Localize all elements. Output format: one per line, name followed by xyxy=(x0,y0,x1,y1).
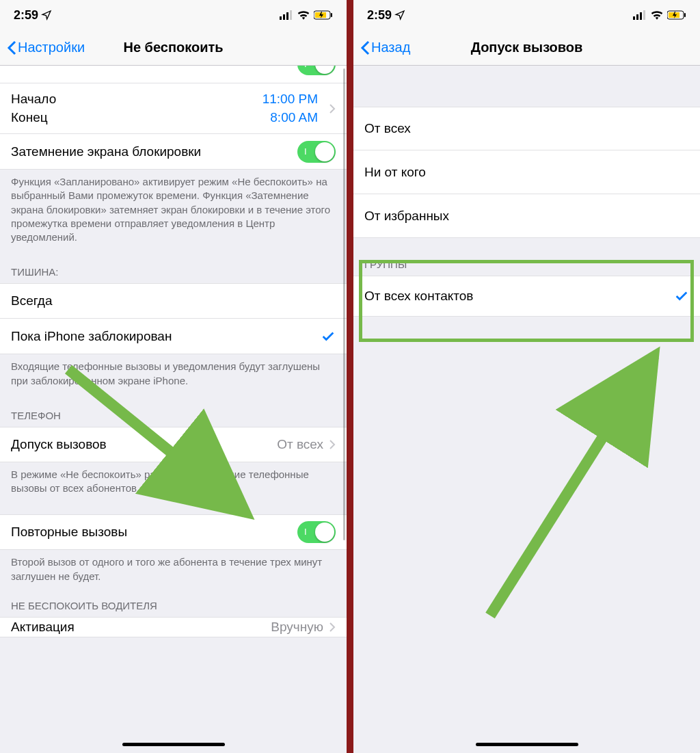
nav-bar: Назад Допуск вызовов xyxy=(353,30,700,66)
back-button[interactable]: Настройки xyxy=(7,40,85,55)
allow-calls-footer: В режиме «Не беспокоить» разрешить входя… xyxy=(0,462,347,504)
chevron-right-icon xyxy=(329,439,336,450)
chevron-left-icon xyxy=(7,40,16,55)
status-bar: 2:59 xyxy=(0,0,347,30)
activation-value: Вручную xyxy=(271,620,323,635)
status-time: 2:59 xyxy=(367,8,392,23)
svg-rect-2 xyxy=(286,12,288,20)
svg-rect-9 xyxy=(636,14,638,20)
favorites-label: От избранных xyxy=(364,209,689,224)
everyone-row[interactable]: От всех xyxy=(353,107,700,150)
scheduled-toggle[interactable] xyxy=(297,66,336,75)
dim-lock-toggle[interactable] xyxy=(297,141,336,163)
allow-calls-value: От всех xyxy=(277,437,323,452)
svg-rect-14 xyxy=(684,13,686,17)
all-contacts-label: От всех контактов xyxy=(364,289,674,304)
screenshot-divider xyxy=(347,0,353,753)
start-label: Начало xyxy=(11,90,262,109)
wifi-icon xyxy=(651,10,663,20)
signal-icon xyxy=(280,10,293,20)
all-contacts-row[interactable]: От всех контактов xyxy=(353,276,700,317)
always-label: Всегда xyxy=(11,293,336,308)
start-value: 11:00 PM xyxy=(262,90,318,109)
annotation-arrow xyxy=(470,335,675,629)
wifi-icon xyxy=(297,10,310,20)
favorites-row[interactable]: От избранных xyxy=(353,194,700,238)
dim-lock-row[interactable]: Затемнение экрана блокировки xyxy=(0,134,347,170)
silence-footer: Входящие телефонные вызовы и уведомления… xyxy=(0,354,347,396)
silence-header: ТИШИНА: xyxy=(0,252,347,283)
while-locked-row[interactable]: Пока iPhone заблокирован xyxy=(0,319,347,354)
settings-content: Запланировано Начало Конец 11:00 PM 8:00… xyxy=(0,66,347,637)
allow-calls-content: От всех Ни от кого От избранных ГРУППЫ О… xyxy=(353,66,700,317)
location-icon xyxy=(394,10,405,21)
schedule-time-row[interactable]: Начало Конец 11:00 PM 8:00 AM xyxy=(0,83,347,134)
left-screen: 2:59 Настройки Не беспокоить Запланирова… xyxy=(0,0,347,753)
svg-line-15 xyxy=(490,356,654,616)
status-time: 2:59 xyxy=(14,8,38,23)
activation-row[interactable]: Активация Вручную xyxy=(0,617,347,637)
groups-header: ГРУППЫ xyxy=(353,238,700,276)
home-indicator[interactable] xyxy=(122,743,225,746)
repeated-toggle[interactable] xyxy=(297,521,336,543)
back-button[interactable]: Назад xyxy=(360,40,410,55)
repeated-footer: Второй вызов от одного и того же абонент… xyxy=(0,550,347,592)
chevron-right-icon xyxy=(329,622,336,633)
noone-label: Ни от кого xyxy=(364,165,689,180)
activation-label: Активация xyxy=(11,620,271,635)
phone-header: ТЕЛЕФОН xyxy=(0,396,347,427)
nav-title: Допуск вызовов xyxy=(471,40,583,55)
nav-title: Не беспокоить xyxy=(123,40,223,55)
scheduled-row-cutoff[interactable]: Запланировано xyxy=(0,66,347,83)
dim-lock-label: Затемнение экрана блокировки xyxy=(11,144,297,159)
scrollbar[interactable] xyxy=(343,68,345,540)
while-locked-label: Пока iPhone заблокирован xyxy=(11,329,321,344)
status-bar: 2:59 xyxy=(353,0,700,30)
nav-bar: Настройки Не беспокоить xyxy=(0,30,347,66)
battery-icon xyxy=(667,10,686,20)
chevron-left-icon xyxy=(360,40,370,55)
end-value: 8:00 AM xyxy=(262,109,318,127)
check-icon xyxy=(674,289,689,304)
battery-icon xyxy=(314,10,333,20)
scheduled-footer: Функция «Запланировано» активирует режим… xyxy=(0,170,347,252)
everyone-label: От всех xyxy=(364,121,689,136)
svg-rect-0 xyxy=(280,16,282,20)
chevron-right-icon xyxy=(329,103,336,114)
allow-calls-row[interactable]: Допуск вызовов От всех xyxy=(0,427,347,462)
home-indicator[interactable] xyxy=(476,743,578,746)
svg-rect-8 xyxy=(633,16,635,20)
svg-rect-3 xyxy=(290,10,292,20)
end-label: Конец xyxy=(11,109,262,127)
check-icon xyxy=(321,329,336,344)
location-icon xyxy=(41,10,52,21)
driver-header: НЕ БЕСПОКОИТЬ ВОДИТЕЛЯ xyxy=(0,592,347,617)
svg-rect-6 xyxy=(331,13,332,17)
svg-rect-1 xyxy=(283,14,285,20)
signal-icon xyxy=(633,10,647,20)
always-row[interactable]: Всегда xyxy=(0,283,347,319)
back-label: Настройки xyxy=(18,40,85,55)
right-screen: 2:59 Назад Допуск вызовов От всех Ни от … xyxy=(353,0,700,753)
back-label: Назад xyxy=(371,40,410,55)
svg-rect-11 xyxy=(643,10,645,20)
repeated-row[interactable]: Повторные вызовы xyxy=(0,514,347,550)
allow-calls-label: Допуск вызовов xyxy=(11,437,277,452)
repeated-label: Повторные вызовы xyxy=(11,525,297,540)
svg-rect-10 xyxy=(640,12,642,20)
noone-row[interactable]: Ни от кого xyxy=(353,150,700,194)
